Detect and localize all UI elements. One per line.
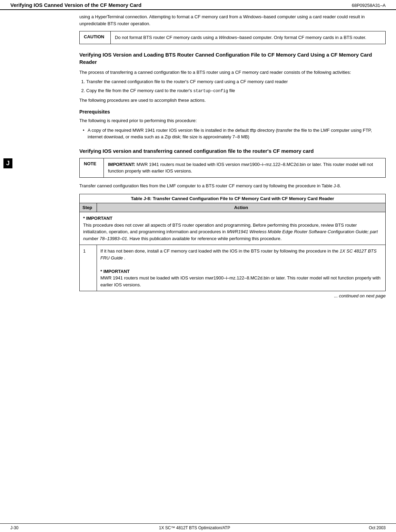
step-item-1: Transfer the canned configuration file t…: [86, 78, 386, 85]
table-header-row: Step Action: [80, 203, 386, 212]
table-container: Table J-8: Transfer Canned Configuration…: [79, 194, 386, 291]
note-box: NOTE IMPORTANT: MWR 1941 routers must be…: [79, 158, 386, 178]
page-footer: J-30 1X SC™ 4812T BTS Optimization/ATP O…: [0, 523, 396, 532]
action-text-1: If it has not been done, install a CF me…: [100, 248, 377, 260]
action-cell-1: If it has not been done, install a CF me…: [97, 245, 386, 291]
table-row: 1 If it has not been done, install a CF …: [80, 245, 386, 291]
step-item-2: Copy the file from the CF memory card to…: [86, 87, 386, 94]
main-table: Table J-8: Transfer Canned Configuration…: [79, 194, 386, 291]
page: Verifying IOS Canned Version of the CF M…: [0, 0, 396, 532]
section-tab-j: J: [3, 158, 12, 168]
caution-box: CAUTION Do not format BTS router CF memo…: [79, 31, 386, 44]
col-step: Step: [80, 203, 97, 212]
left-margin: J: [0, 13, 76, 299]
footer-page-num: J-30: [10, 525, 31, 530]
prerequisites-heading: Prerequisites: [79, 109, 386, 115]
note-label: NOTE: [80, 158, 104, 177]
table-caption: Table J-8: Transfer Canned Configuration…: [80, 194, 386, 203]
section2-heading: Verifying IOS version and transferring c…: [79, 147, 386, 155]
monospace-startupconfig: startup–config: [193, 89, 228, 93]
continued-text: ... continued on next page: [79, 291, 386, 299]
prerequisites-list: A copy of the required MWR 1941 router I…: [83, 127, 386, 140]
prerequisites-intro: The following is required prior to perfo…: [79, 117, 386, 124]
footer-right-text: Oct 2003: [358, 525, 386, 530]
col-action: Action: [97, 203, 386, 212]
step-cell-1: 1: [80, 245, 97, 291]
row1-important-note: MWR 1941 routers must be loaded with IOS…: [100, 275, 380, 287]
important-row-header: * IMPORTANT: [83, 216, 112, 221]
footer-center-text: 1X SC™ 4812T BTS Optimization/ATP: [31, 525, 358, 530]
content-area: J using a HyperTerminal connection. Atte…: [0, 13, 396, 299]
important-row-text: This procedure does not cover all aspect…: [83, 223, 378, 241]
section1-intro: The process of transferring a canned con…: [79, 69, 386, 76]
page-header-docnum: 68P09258A31–A: [352, 3, 386, 8]
right-content: using a HyperTerminal connection. Attemp…: [76, 13, 396, 299]
prereq-item-1: A copy of the required MWR 1941 router I…: [83, 127, 386, 140]
page-header: Verifying IOS Canned Version of the CF M…: [0, 0, 396, 10]
section1-steps-list: Transfer the canned configuration file t…: [86, 78, 386, 94]
note-text: IMPORTANT: MWR 1941 routers must be load…: [104, 158, 385, 177]
section1-outro: The following procedures are used to acc…: [79, 97, 386, 104]
transfer-text: Transfer canned configuration files from…: [79, 183, 386, 189]
caution-label: CAUTION: [80, 31, 111, 44]
page-header-title: Verifying IOS Canned Version of the CF M…: [10, 2, 141, 8]
table-caption-row: Table J-8: Transfer Canned Configuration…: [80, 194, 386, 203]
important-cell: * IMPORTANT This procedure does not cove…: [80, 212, 386, 245]
section1-heading: Verifying IOS Version and Loading BTS Ro…: [79, 51, 386, 66]
row1-important-header: * IMPORTANT: [100, 269, 130, 274]
caution-text: Do not format BTS router CF memory cards…: [111, 31, 370, 44]
important-row: * IMPORTANT This procedure does not cove…: [80, 212, 386, 245]
intro-paragraph: using a HyperTerminal connection. Attemp…: [79, 13, 386, 27]
